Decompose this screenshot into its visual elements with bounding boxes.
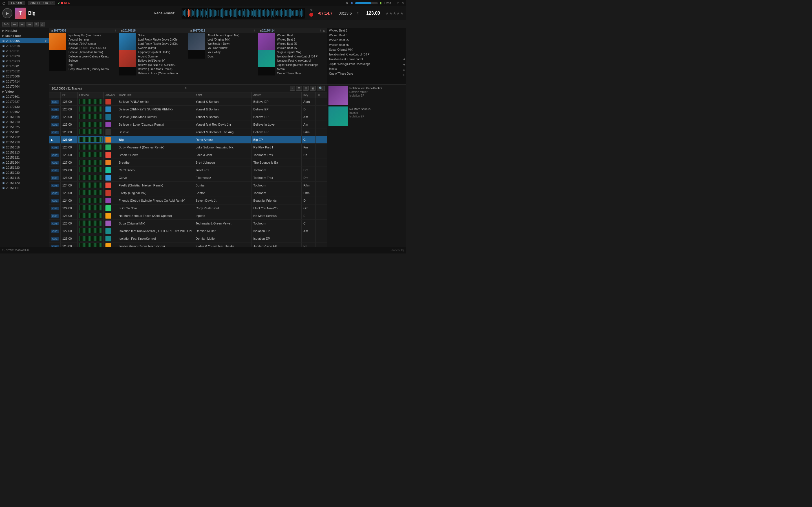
cue-button[interactable]: CUE — [51, 123, 59, 126]
table-row[interactable]: CUE 124.00 I Got Ya Now Copy Paste Soul … — [49, 205, 327, 212]
simple-player-button[interactable]: SIMPLE PLAYER — [28, 1, 55, 5]
panel-track[interactable]: You Don't Know — [205, 46, 258, 50]
panel-track[interactable]: Big — [66, 63, 119, 67]
star-rating[interactable]: ★★★★★ — [386, 11, 404, 15]
panel-menu-icon[interactable]: ⋮ — [114, 29, 117, 32]
sidebar-item-20151220[interactable]: ▣ 20151220 — [0, 165, 49, 170]
preview-waveform[interactable] — [79, 145, 102, 150]
cue-button[interactable]: CUE — [51, 169, 59, 172]
sidebar-item-20170414[interactable]: ▣ 20170414 — [0, 79, 49, 84]
panel-track[interactable]: About Time (Original Mix) — [205, 33, 258, 38]
sidebar-item-20151025[interactable]: ▣ 20151025 — [0, 124, 49, 129]
right-track-item[interactable]: Isolation Feat KnowKontrol — [327, 57, 406, 62]
panel-track[interactable]: Lord Pretty Flacko Jodye 2 (Dirt — [136, 42, 188, 46]
preview-waveform[interactable] — [79, 122, 102, 127]
edge-btn-1[interactable]: ◀ — [403, 57, 405, 61]
right-track-item[interactable]: Wicked Beat 25 — [327, 38, 406, 43]
panel-track[interactable]: Isolation feat KnowKontrol (DJ P — [275, 54, 327, 59]
table-row[interactable]: CUE 124.00 Firefly (Christian Nielsen Re… — [49, 182, 327, 189]
view-toggle-1[interactable]: ▬ — [11, 22, 18, 26]
tag-button[interactable]: TAG — [2, 22, 10, 26]
preview-waveform[interactable] — [79, 190, 102, 195]
table-row[interactable]: CUE 123.00 Believe (DENNEY'S SUNRISE REM… — [49, 106, 327, 113]
sidebar-item-20170404[interactable]: ▣ 20170404 — [0, 84, 49, 89]
table-row[interactable]: CUE 125.00 Jupiter Rising(Circus Recordi… — [49, 242, 327, 247]
preview-waveform[interactable] — [79, 213, 102, 218]
cue-button[interactable]: CUE — [51, 191, 59, 195]
sidebar-item-20170601[interactable]: ▣ 20170601 — [0, 64, 49, 69]
preview-waveform[interactable] — [79, 137, 102, 142]
right-track-item[interactable]: One of These Days — [327, 71, 406, 76]
panel-track[interactable]: Dont — [205, 54, 258, 59]
right-track-item[interactable]: Jupiter Rising(Circus Recordings — [327, 62, 406, 66]
edge-btn-4[interactable]: ≡ — [403, 73, 405, 76]
cue-button[interactable]: CUE — [51, 214, 59, 218]
table-row[interactable]: CUE 125.00 Suga (Original Mix) Technasia… — [49, 220, 327, 227]
sidebar-item-20161218[interactable]: ▣ 20161218 — [0, 114, 49, 119]
preview-waveform[interactable] — [79, 175, 102, 180]
sidebar-item-20151101[interactable]: ▣ 20151101 — [0, 129, 49, 135]
table-row[interactable]: CUE 123.00 Body Movement (Denney Remix) … — [49, 144, 327, 151]
col-header-artist[interactable]: Artist — [194, 93, 252, 98]
waveform-display[interactable] — [182, 8, 305, 18]
sort-icon[interactable]: ⇅ — [185, 87, 187, 90]
panel-track[interactable]: Around Summer — [66, 38, 119, 42]
add-icon[interactable]: ⊕ — [45, 40, 47, 42]
preview-waveform[interactable] — [79, 99, 102, 104]
panel-track[interactable]: Wicked Beat 45 — [275, 46, 327, 50]
sidebar-item-20170818[interactable]: ▣ 20170818 — [0, 43, 49, 48]
panel-track[interactable]: Epiphany Vip (feat. Tailor) — [66, 33, 119, 38]
preview-waveform[interactable] — [79, 221, 102, 226]
right-track-item[interactable]: Wicked Beat 6 — [327, 33, 406, 38]
right-track-item[interactable]: Media — [327, 66, 406, 71]
cue-button[interactable]: CUE — [51, 146, 59, 149]
sidebar-item-20170130[interactable]: ▣ 20170130 — [0, 104, 49, 109]
minimize-icon[interactable]: ─ — [393, 1, 395, 4]
sidebar-item-20161210[interactable]: ▣ 20161210 — [0, 119, 49, 124]
export-button[interactable]: EXPORT — [8, 1, 25, 5]
sidebar-item-20170301[interactable]: ▣ 20170301 — [0, 94, 49, 99]
restore-icon[interactable]: □ — [398, 1, 399, 4]
sidebar-item-20151120[interactable]: ▣ 20151120 — [0, 180, 49, 185]
detail-view-btn[interactable]: ☰ — [296, 86, 302, 91]
panel-track[interactable]: Wicked Beat 6 — [275, 38, 327, 42]
table-row[interactable]: CUE 127.00 Isolation feat KnowKontrol (D… — [49, 227, 327, 235]
sidebar-item-20151115[interactable]: ▣ 20151115 — [0, 175, 49, 180]
table-row[interactable]: CUE 127.00 Breathe Brett Johnson The Bou… — [49, 159, 327, 166]
panel-track[interactable]: Believe (Timo Maas Remix) — [66, 50, 119, 54]
search-filter[interactable]: 🔍 — [317, 86, 325, 91]
table-row[interactable]: CUE 123.00 Isolation Feat KnowKontrol De… — [49, 235, 327, 242]
panel-track[interactable]: Believe (DENNEY'S SUNRISE — [136, 63, 188, 67]
cue-button[interactable]: CUE — [51, 184, 59, 187]
sidebar-item-20151121[interactable]: ▣ 20151121 — [0, 155, 49, 160]
col-header-title[interactable]: Track Title — [117, 93, 194, 98]
record-button[interactable] — [309, 13, 313, 17]
panel-track[interactable]: Sober — [136, 33, 188, 38]
cue-button[interactable]: CUE — [51, 245, 59, 247]
col-header-time[interactable]: Ti — [316, 93, 327, 98]
right-track-item[interactable]: Suga (Original Mix) — [327, 47, 406, 52]
table-row[interactable]: CUE 123.00 Believe Yousef & Bontan ft Th… — [49, 128, 327, 136]
panel-track[interactable]: Lost (Original Mix) — [205, 38, 258, 42]
sync-manager[interactable]: ↻ SYNC MANAGER — [2, 249, 29, 252]
panel-track[interactable]: Media — [275, 67, 327, 71]
preview-waveform[interactable] — [79, 167, 102, 172]
cue-button[interactable]: CUE — [51, 115, 59, 119]
panel-track[interactable]: Swerve (Dirty) — [136, 46, 188, 50]
preview-waveform[interactable] — [79, 182, 102, 187]
sidebar-item-20170713[interactable]: ▣ 20170713 — [0, 59, 49, 64]
sidebar-item-20151204[interactable]: ▣ 20151204 — [0, 160, 49, 165]
cue-button[interactable]: CUE — [51, 222, 59, 225]
sidebar-item-20170512[interactable]: ▣ 20170512 — [0, 69, 49, 74]
cue-button[interactable]: CUE — [51, 207, 59, 210]
panel-track[interactable]: Jupiter Rising(Circus Recordings — [275, 63, 327, 67]
sidebar-item-hotlist[interactable]: ▶ Hot List — [0, 28, 49, 33]
sidebar-item-20151030[interactable]: ▣ 20151030 — [0, 170, 49, 175]
sidebar-item-20170506[interactable]: ▣ 20170506 — [0, 74, 49, 79]
panel-track[interactable]: Believe in Love (Cabarza Remix — [66, 54, 119, 59]
sidebar-item-video[interactable]: ▶ Video — [0, 89, 49, 94]
sidebar-item-mainfloor[interactable]: ▶ Main Floor — [0, 33, 49, 38]
table-row[interactable]: CUE 126.00 Curve Filterheadz Toolroom Tr… — [49, 174, 327, 182]
preview-waveform[interactable] — [79, 243, 102, 247]
preview-waveform[interactable] — [79, 129, 102, 134]
